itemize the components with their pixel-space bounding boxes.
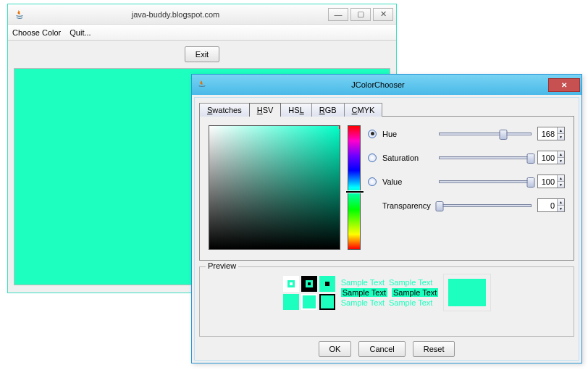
spin-up-icon[interactable]: ▲: [558, 199, 564, 206]
transparency-spinner[interactable]: 0 ▲▼: [537, 198, 565, 212]
value-row: Value 100 ▲▼: [368, 175, 565, 188]
sample-text: Sample Text: [389, 298, 432, 307]
saturation-spinner[interactable]: 100 ▲▼: [537, 151, 565, 164]
transparency-row: Transparency 0 ▲▼: [368, 198, 565, 212]
swatch-black-dot: [301, 276, 317, 292]
sv-gradient[interactable]: [209, 125, 340, 250]
saturation-row: Saturation 100 ▲▼: [368, 151, 565, 164]
hue-value: 168: [538, 127, 557, 140]
swatch-black-fill: [319, 294, 335, 310]
saturation-label: Saturation: [382, 154, 433, 162]
slider-thumb[interactable]: [527, 177, 535, 188]
value-label: Value: [382, 177, 433, 186]
swatch-white-dot: [283, 276, 299, 292]
hue-slider[interactable]: [439, 133, 532, 135]
ok-button[interactable]: OK: [319, 341, 352, 357]
sample-text: Sample Text: [392, 288, 438, 297]
spin-down-icon[interactable]: ▼: [558, 206, 564, 211]
value-radio[interactable]: [368, 177, 377, 186]
dialog-body: Swatches HSV HSL RGB CMYK Hue 168 ▲▼: [194, 97, 579, 361]
menubar: Choose Color Quit...: [8, 25, 396, 41]
hue-bar-thumb[interactable]: [346, 191, 364, 193]
value-slider[interactable]: [439, 180, 532, 183]
maximize-button[interactable]: ▢: [350, 8, 371, 21]
minimize-button[interactable]: —: [328, 8, 348, 21]
hsv-sliders: Hue 168 ▲▼ Saturation 100 ▲▼: [368, 125, 565, 251]
tab-hsv[interactable]: HSV: [249, 103, 282, 117]
spin-down-icon[interactable]: ▼: [558, 158, 564, 164]
color-chooser-dialog: JColorChooser ✕ Swatches HSV HSL RGB CMY…: [191, 74, 582, 363]
close-button[interactable]: ✕: [373, 8, 393, 21]
hue-bar[interactable]: [348, 125, 361, 250]
dialog-button-row: OK Cancel Reset: [199, 337, 574, 357]
sample-text: Sample Text: [341, 288, 387, 297]
reset-button[interactable]: Reset: [413, 341, 455, 357]
preview-legend: Preview: [206, 261, 238, 270]
tab-rgb[interactable]: RGB: [311, 103, 345, 117]
transparency-value: 0: [538, 199, 557, 211]
saturation-slider[interactable]: [439, 156, 532, 159]
value-spinner[interactable]: 100 ▲▼: [537, 175, 565, 188]
swatch-white-fill: [301, 294, 317, 310]
hue-radio[interactable]: [368, 130, 377, 138]
main-titlebar[interactable]: java-buddy.blogspot.com — ▢ ✕: [8, 4, 396, 25]
java-icon: [14, 9, 25, 20]
tabstrip: Swatches HSV HSL RGB CMYK: [199, 102, 574, 116]
preview-text: Sample TextSample Text Sample TextSample…: [341, 278, 439, 307]
spin-up-icon[interactable]: ▲: [558, 151, 564, 158]
window-controls: — ▢ ✕: [326, 8, 393, 21]
spin-down-icon[interactable]: ▼: [558, 182, 564, 188]
spin-up-icon[interactable]: ▲: [558, 127, 564, 134]
dialog-title: JColorChooser: [208, 80, 548, 89]
exit-button[interactable]: Exit: [185, 46, 219, 62]
dialog-titlebar[interactable]: JColorChooser ✕: [192, 75, 581, 95]
main-window-title: java-buddy.blogspot.com: [25, 10, 326, 19]
slider-thumb[interactable]: [527, 154, 535, 164]
sample-text: Sample Text: [341, 278, 385, 287]
menu-quit[interactable]: Quit...: [70, 28, 91, 37]
menu-choose-color[interactable]: Choose Color: [12, 28, 61, 37]
hue-row: Hue 168 ▲▼: [368, 127, 565, 140]
slider-thumb[interactable]: [500, 130, 508, 140]
saturation-value: 100: [538, 151, 557, 164]
hue-spinner[interactable]: 168 ▲▼: [537, 127, 565, 140]
spin-up-icon[interactable]: ▲: [558, 175, 564, 182]
swatch-color-dot: [319, 276, 335, 292]
saturation-radio[interactable]: [368, 154, 377, 162]
preview-swatches: [283, 276, 335, 310]
dialog-close-button[interactable]: ✕: [548, 78, 580, 92]
slider-thumb[interactable]: [436, 201, 444, 211]
java-icon: [196, 79, 208, 91]
hue-label: Hue: [382, 130, 433, 138]
preview-group: Preview Sample TextSample Text: [199, 266, 574, 337]
sample-text: Sample Text: [389, 278, 432, 287]
value-value: 100: [538, 175, 557, 188]
tab-hsl[interactable]: HSL: [280, 103, 311, 117]
swatch-color-fill: [283, 294, 299, 310]
transparency-label: Transparency: [382, 201, 433, 210]
tab-cmyk[interactable]: CMYK: [344, 103, 383, 117]
cancel-button[interactable]: Cancel: [358, 341, 405, 357]
preview-large-swatch: [444, 274, 490, 311]
hsv-panel: Hue 168 ▲▼ Saturation 100 ▲▼: [199, 116, 574, 261]
tab-swatches[interactable]: Swatches: [199, 103, 250, 117]
sample-text: Sample Text: [341, 298, 385, 307]
transparency-slider[interactable]: [439, 204, 532, 207]
spin-down-icon[interactable]: ▼: [558, 134, 564, 140]
